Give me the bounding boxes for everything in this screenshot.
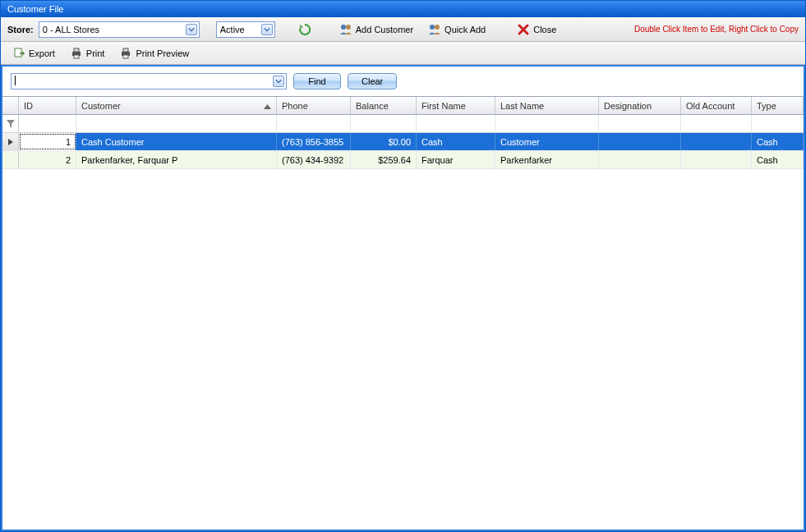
store-combo-value: 0 - ALL Stores <box>43 25 99 34</box>
svg-rect-9 <box>123 48 128 52</box>
cell-first-name: Cash <box>417 133 495 150</box>
filter-balance[interactable] <box>351 115 417 132</box>
export-button[interactable]: Export <box>7 44 60 62</box>
close-icon <box>517 23 530 36</box>
filter-first-name[interactable] <box>417 115 495 132</box>
printer-icon <box>70 47 83 60</box>
col-header-balance[interactable]: Balance <box>351 97 417 114</box>
cell-first-name: Farquar <box>417 151 495 168</box>
col-header-customer[interactable]: Customer <box>76 97 277 114</box>
cell-type: Cash <box>752 151 804 168</box>
chevron-down-icon <box>261 24 273 35</box>
filter-last-name[interactable] <box>495 115 599 132</box>
cell-phone: (763) 434-9392 <box>277 151 351 168</box>
close-button[interactable]: Close <box>512 21 561 39</box>
close-label: Close <box>533 25 556 34</box>
status-combo-value: Active <box>220 25 245 34</box>
export-toolbar: Export Print Print Preview <box>1 42 805 65</box>
hint-text: Double Click Item to Edit, Right Click t… <box>634 25 799 34</box>
clear-button[interactable]: Clear <box>348 73 397 89</box>
status-combo[interactable]: Active <box>216 21 275 38</box>
printer-icon <box>119 47 132 60</box>
search-value <box>15 76 16 87</box>
chevron-down-icon <box>186 24 197 35</box>
store-combo[interactable]: 0 - ALL Stores <box>39 21 200 38</box>
col-header-last-name[interactable]: Last Name <box>495 97 599 114</box>
row-indicator <box>2 151 19 168</box>
print-preview-label: Print Preview <box>136 48 189 58</box>
cell-phone: (763) 856-3855 <box>277 133 351 150</box>
search-combo[interactable] <box>11 73 287 89</box>
filter-old-account[interactable] <box>681 115 752 132</box>
svg-rect-4 <box>15 48 21 57</box>
quick-add-label: Quick Add <box>444 25 486 34</box>
col-header-designation[interactable]: Designation <box>599 97 681 114</box>
col-header-customer-label: Customer <box>81 101 121 111</box>
cell-old-account <box>681 133 752 150</box>
cell-old-account <box>681 151 752 168</box>
refresh-button[interactable] <box>293 21 316 39</box>
col-header-first-name[interactable]: First Name <box>417 97 495 114</box>
content-panel: Find Clear ID Customer Phone Balance Fir… <box>1 65 805 531</box>
sort-ascending-icon <box>264 101 271 111</box>
cell-id: 2 <box>19 151 76 168</box>
svg-rect-7 <box>74 55 79 58</box>
filter-customer[interactable] <box>76 115 277 132</box>
chevron-down-icon <box>273 76 284 87</box>
row-indicator-header <box>2 97 19 114</box>
export-icon <box>12 47 25 60</box>
col-header-phone[interactable]: Phone <box>277 97 351 114</box>
search-bar: Find Clear <box>2 66 804 96</box>
filter-icon[interactable] <box>2 115 19 132</box>
print-label: Print <box>86 48 105 58</box>
grid-filter-row <box>2 115 804 133</box>
table-row[interactable]: 1 Cash Customer (763) 856-3855 $0.00 Cas… <box>2 133 804 151</box>
find-button[interactable]: Find <box>293 73 341 89</box>
cell-id: 1 <box>19 133 76 150</box>
cell-balance: $259.64 <box>351 151 417 168</box>
customer-grid: ID Customer Phone Balance First Name Las… <box>2 96 804 169</box>
cell-customer: Cash Customer <box>76 133 277 150</box>
people-icon <box>339 23 352 36</box>
filter-id[interactable] <box>19 115 76 132</box>
cell-type: Cash <box>752 133 804 150</box>
svg-rect-10 <box>123 55 128 58</box>
cell-last-name: Parkenfarker <box>495 151 599 168</box>
svg-point-3 <box>435 25 440 30</box>
svg-point-1 <box>346 25 351 30</box>
cell-balance: $0.00 <box>351 133 417 150</box>
titlebar: Customer File <box>1 1 805 17</box>
print-button[interactable]: Print <box>65 44 110 62</box>
store-label: Store: <box>7 25 34 34</box>
add-customer-label: Add Customer <box>356 25 413 34</box>
print-preview-button[interactable]: Print Preview <box>114 44 194 62</box>
cell-customer: Parkenfarker, Farquar P <box>76 151 277 168</box>
cell-designation <box>599 133 681 150</box>
svg-point-0 <box>341 25 346 30</box>
main-toolbar: Store: 0 - ALL Stores Active Add Custome <box>1 17 805 42</box>
grid-body: 1 Cash Customer (763) 856-3855 $0.00 Cas… <box>2 133 804 169</box>
svg-point-2 <box>430 25 435 30</box>
col-header-type[interactable]: Type <box>752 97 804 114</box>
table-row[interactable]: 2 Parkenfarker, Farquar P (763) 434-9392… <box>2 151 804 169</box>
quick-add-button[interactable]: Quick Add <box>423 21 491 39</box>
filter-phone[interactable] <box>277 115 351 132</box>
refresh-icon <box>298 23 311 36</box>
row-indicator-icon <box>2 133 19 150</box>
cell-designation <box>599 151 681 168</box>
cell-last-name: Customer <box>495 133 599 150</box>
col-header-id[interactable]: ID <box>19 97 76 114</box>
svg-rect-6 <box>74 48 79 52</box>
customer-file-window: Customer File Store: 0 - ALL Stores Acti… <box>0 0 806 532</box>
window-title: Customer File <box>7 4 63 14</box>
col-header-old-account[interactable]: Old Account <box>681 97 752 114</box>
people-icon <box>428 23 441 36</box>
grid-header-row: ID Customer Phone Balance First Name Las… <box>2 97 804 115</box>
add-customer-button[interactable]: Add Customer <box>334 21 418 39</box>
filter-type[interactable] <box>752 115 804 132</box>
export-label: Export <box>29 48 55 58</box>
filter-designation[interactable] <box>599 115 681 132</box>
